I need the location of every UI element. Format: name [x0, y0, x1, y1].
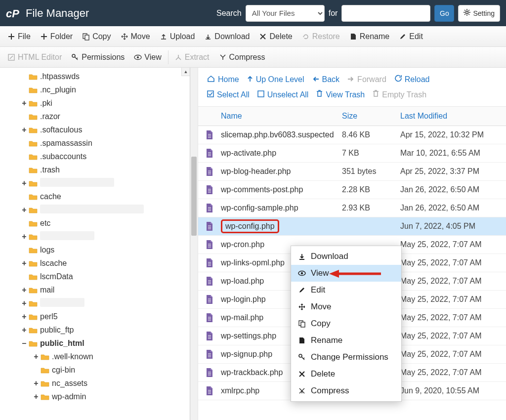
- file-date: May 25, 2022, 7:07 AM: [400, 258, 506, 267]
- back-button[interactable]: Back: [310, 73, 346, 88]
- tree-item[interactable]: .subaccounts: [0, 150, 190, 163]
- cpanel-logo-icon: cP: [6, 5, 22, 21]
- tree-item[interactable]: +: [0, 176, 190, 190]
- folder-icon: [29, 233, 38, 240]
- search-scope-select[interactable]: All Your Files: [246, 5, 325, 22]
- permissions-button[interactable]: Permissions: [67, 50, 129, 65]
- download-button[interactable]: Download: [200, 29, 254, 44]
- ctx-view[interactable]: View: [291, 265, 401, 282]
- file-date: Jan 26, 2022, 6:50 AM: [400, 185, 506, 194]
- empty-trash-button[interactable]: Empty Trash: [371, 88, 432, 103]
- scroll-up-icon[interactable]: ▲: [181, 68, 190, 76]
- forward-button[interactable]: Forward: [345, 73, 392, 88]
- tree-item[interactable]: etc: [0, 216, 190, 230]
- ctx-compress[interactable]: Compress: [291, 382, 401, 399]
- view-button[interactable]: View: [129, 50, 166, 65]
- expand-toggle[interactable]: +: [21, 179, 28, 188]
- folder-icon: [29, 260, 38, 267]
- expand-toggle[interactable]: +: [21, 299, 28, 308]
- col-modified[interactable]: Last Modified: [400, 112, 506, 121]
- up-one-level-button[interactable]: Up One Level: [245, 73, 310, 88]
- tree-item[interactable]: +nc_assets: [0, 377, 190, 390]
- ctx-edit[interactable]: Edit: [291, 282, 401, 298]
- tree-item[interactable]: +perl5: [0, 310, 190, 323]
- expand-toggle[interactable]: +: [21, 259, 28, 268]
- file-button[interactable]: File: [3, 29, 36, 44]
- ctx-change-permissions[interactable]: Change Permissions: [291, 349, 401, 366]
- tree-item[interactable]: +.pki: [0, 96, 190, 110]
- expand-toggle[interactable]: +: [21, 126, 28, 134]
- tree-item[interactable]: +wp-admin: [0, 390, 190, 403]
- tree-item[interactable]: +lscache: [0, 256, 190, 270]
- restore-button[interactable]: Restore: [297, 29, 345, 44]
- tree-item[interactable]: +mail: [0, 283, 190, 296]
- tree-item[interactable]: +: [0, 203, 190, 216]
- compress-button[interactable]: Compress: [214, 50, 270, 65]
- copy-button[interactable]: Copy: [78, 29, 116, 44]
- expand-toggle[interactable]: +: [21, 286, 28, 294]
- tree-item[interactable]: lscmData: [0, 270, 190, 283]
- ctx-move[interactable]: Move: [291, 298, 401, 315]
- expand-toggle[interactable]: +: [33, 379, 40, 388]
- ctx-copy[interactable]: Copy: [291, 315, 401, 332]
- expand-toggle[interactable]: +: [21, 326, 28, 335]
- search-label: Search: [216, 9, 242, 18]
- extract-button[interactable]: Extract: [170, 50, 214, 65]
- expand-toggle[interactable]: +: [21, 99, 28, 108]
- file-row[interactable]: slicemap.php.bv6083.suspected8.46 KBApr …: [198, 126, 506, 144]
- tree-item[interactable]: logs: [0, 243, 190, 256]
- tree-item[interactable]: –public_html: [0, 336, 190, 350]
- tree-item[interactable]: +: [0, 296, 190, 310]
- folder-tree-sidebar[interactable]: ▲ .htpasswds .nc_plugin+.pki .razor+.sof…: [0, 68, 190, 420]
- file-row[interactable]: wp-config.phpJun 7, 2022, 4:05 PM: [198, 217, 506, 236]
- view-trash-button[interactable]: View Trash: [314, 88, 371, 103]
- html-editor-button[interactable]: HTML Editor: [3, 50, 67, 65]
- tree-item[interactable]: .razor: [0, 110, 190, 123]
- tree-item[interactable]: +.softaculous: [0, 123, 190, 136]
- tree-item[interactable]: cgi-bin: [0, 363, 190, 377]
- delete-button[interactable]: Delete: [254, 29, 297, 44]
- scrollbar-thumb[interactable]: [191, 157, 197, 236]
- select-all-button[interactable]: Select All: [205, 88, 255, 103]
- rename-button[interactable]: Rename: [345, 29, 394, 44]
- file-row[interactable]: wp-comments-post.php2.28 KBJan 26, 2022,…: [198, 181, 506, 199]
- expand-toggle[interactable]: –: [21, 339, 28, 348]
- settings-button[interactable]: Setting: [458, 5, 500, 22]
- edit-button[interactable]: Edit: [394, 29, 428, 44]
- tree-item[interactable]: .nc_plugin: [0, 83, 190, 96]
- tree-item[interactable]: .htpasswds: [0, 70, 190, 83]
- go-button[interactable]: Go: [434, 5, 454, 22]
- tree-item[interactable]: +.well-known: [0, 350, 190, 363]
- folder-icon: [29, 180, 38, 187]
- reload-button[interactable]: Reload: [392, 73, 436, 88]
- ctx-download[interactable]: Download: [291, 248, 401, 265]
- ctx-rename[interactable]: Rename: [291, 332, 401, 349]
- search-input[interactable]: [341, 5, 430, 22]
- tree-item[interactable]: +public_ftp: [0, 323, 190, 336]
- tree-label: cache: [40, 192, 61, 201]
- expand-toggle[interactable]: +: [21, 232, 28, 241]
- col-size[interactable]: Size: [342, 112, 400, 121]
- move-button[interactable]: Move: [116, 29, 155, 44]
- tree-label: [40, 231, 94, 242]
- unselect-all-button[interactable]: Unselect All: [255, 88, 315, 103]
- tree-item[interactable]: cache: [0, 190, 190, 203]
- tree-item[interactable]: .trash: [0, 163, 190, 176]
- folder-icon: [29, 207, 38, 213]
- expand-toggle[interactable]: +: [21, 206, 28, 214]
- tree-item[interactable]: +: [0, 230, 190, 243]
- sidebar-scrollbar[interactable]: [190, 68, 198, 420]
- file-row[interactable]: wp-blog-header.php351 bytesApr 25, 2022,…: [198, 163, 506, 181]
- upload-button[interactable]: Upload: [155, 29, 200, 44]
- file-row[interactable]: wp-activate.php7 KBMar 10, 2021, 6:55 AM: [198, 144, 506, 163]
- col-name[interactable]: Name: [221, 112, 342, 121]
- expand-toggle[interactable]: +: [21, 312, 28, 321]
- file-row[interactable]: wp-config-sample.php2.93 KBJan 26, 2022,…: [198, 199, 506, 217]
- ctx-delete[interactable]: Delete: [291, 366, 401, 382]
- folder-button[interactable]: Folder: [36, 29, 78, 44]
- home-button[interactable]: Home: [205, 73, 245, 88]
- file-date: Jun 7, 2022, 4:05 PM: [400, 222, 506, 231]
- tree-item[interactable]: .spamassassin: [0, 136, 190, 150]
- expand-toggle[interactable]: +: [33, 392, 40, 401]
- expand-toggle[interactable]: +: [33, 352, 40, 361]
